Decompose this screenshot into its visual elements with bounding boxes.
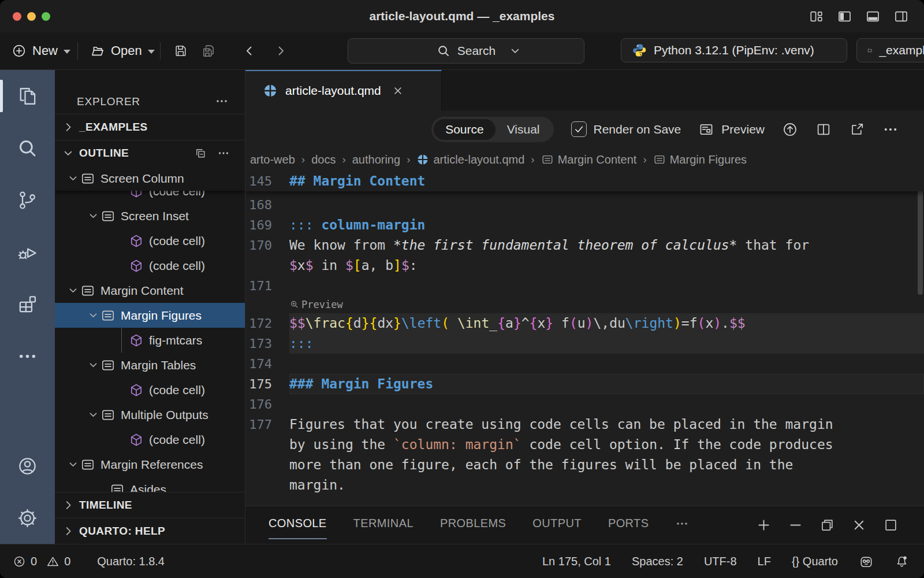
activity-bar-item-extensions[interactable] [0,278,55,330]
outline-more-icon[interactable] [217,147,230,160]
collapse-all-icon[interactable] [194,147,207,160]
panel-more-icon[interactable] [675,512,689,538]
line-number: 173 [245,334,289,354]
activity-bar-item-ellipsis[interactable] [0,330,55,382]
new-button[interactable]: New [12,43,70,58]
publish-icon[interactable] [782,121,798,138]
activity-bar-item-scm[interactable] [0,174,55,226]
problems-status[interactable]: 0 0 [13,555,70,568]
panel-action-restore-icon[interactable] [819,517,835,533]
indentation-status[interactable]: Spaces: 2 [632,555,683,568]
activity-bar-item-gear[interactable] [0,492,55,544]
navigate-back-icon[interactable] [243,44,256,58]
outline-item-label: Margin Figures [121,309,202,323]
toggle-panel-icon[interactable] [865,9,881,24]
panel-tab-terminal[interactable]: TERMINAL [353,512,413,538]
tab-article-layout[interactable]: article-layout.qmd [245,70,442,110]
eol-status[interactable]: LF [758,555,771,568]
preview-button[interactable]: Preview [698,121,765,138]
breadcrumb-item[interactable]: article-layout.qmd [416,153,524,166]
mode-toggle: SourceVisual [431,117,553,142]
breadcrumb-item[interactable]: Margin Figures [653,153,747,166]
folder-icon [867,43,872,58]
sidebar-section-quarto-help[interactable]: QUARTO: HELP [55,518,245,544]
search-input[interactable]: Search [348,38,584,64]
breadcrumb-item[interactable]: Margin Content [541,153,637,166]
outline-tree: Screen Column(code cell)Screen Inset(cod… [55,166,245,492]
zoom-window-button[interactable] [42,12,50,21]
mode-option-visual[interactable]: Visual [495,119,552,140]
outline-item[interactable]: (code cell) [55,377,245,402]
activity-bar-item-files[interactable] [0,70,55,122]
panel-action-dash-icon[interactable] [788,517,803,533]
outline-item[interactable]: Margin Tables [55,353,245,377]
encoding-status[interactable]: UTF-8 [704,555,737,568]
explorer-more-icon[interactable] [215,94,229,108]
outline-item[interactable]: Screen Inset [55,203,245,228]
outline-item[interactable]: (code cell) [55,191,245,203]
outline-item[interactable]: (code cell) [55,253,245,278]
close-tab-icon[interactable] [392,85,404,97]
breadcrumb-item[interactable]: docs [311,153,336,166]
breadcrumb-item[interactable]: authoring [352,153,400,166]
panel-action-plus-icon[interactable] [756,517,772,533]
toggle-sidebar-icon[interactable] [837,9,852,24]
breadcrumb-separator: › [301,153,305,166]
editor-scrollbar[interactable] [916,171,924,506]
save-icon[interactable] [173,43,188,58]
checkbox-checked[interactable] [571,121,587,137]
outline-item-label: (code cell) [149,383,205,397]
outline-item[interactable]: (code cell) [55,427,245,452]
panel-action-close-icon[interactable] [851,517,867,533]
outline-item[interactable]: Multiple Outputs [55,402,245,427]
code-lens-preview[interactable]: Preview [245,296,924,313]
line-number: 174 [245,354,289,374]
outline-item[interactable]: Margin Figures [55,303,245,328]
open-external-icon[interactable] [849,121,865,138]
workspace-selector[interactable]: _examples [856,38,924,62]
notifications-bell-icon[interactable] [895,554,909,569]
chevron-down-icon [87,359,99,371]
line-number: 171 [245,276,289,296]
editor-more-icon[interactable] [882,121,899,138]
open-button[interactable]: Open [90,43,155,58]
activity-bar-item-account[interactable] [0,440,55,492]
outline-item[interactable]: fig-mtcars [55,328,245,353]
workspace-section-header[interactable]: _EXAMPLES [55,114,245,140]
feedback-icon[interactable] [859,554,874,569]
render-on-save-toggle[interactable]: Render on Save [571,121,681,137]
breadcrumb-item[interactable]: arto-web [250,153,295,166]
files-icon [17,86,38,107]
code-editor[interactable]: 145## Margin Content168169::: column-mar… [245,171,924,506]
outline-item[interactable]: Margin Content [55,278,245,303]
outline-item[interactable]: Screen Column [55,166,245,191]
mode-option-source[interactable]: Source [434,119,495,140]
line-number: 175 [245,374,289,394]
split-editor-icon[interactable] [815,121,832,138]
line-number: 176 [245,394,289,414]
activity-bar-item-search[interactable] [0,122,55,174]
interpreter-selector[interactable]: Python 3.12.1 (PipEnv: .venv) [621,38,847,62]
quarto-version-status[interactable]: Quarto: 1.8.4 [97,555,165,568]
panel-tab-ports[interactable]: PORTS [608,512,649,538]
activity-bar-item-debug[interactable] [0,226,55,278]
panel-tab-problems[interactable]: PROBLEMS [440,512,506,538]
panel-tab-console[interactable]: CONSOLE [269,512,327,538]
outline-section-header[interactable]: OUTLINE [55,140,245,166]
sidebar-section-timeline[interactable]: TIMELINE [55,492,245,518]
panel-tab-output[interactable]: OUTPUT [532,512,582,538]
search-icon [17,138,38,159]
panel-action-maximize-icon[interactable] [883,517,899,533]
save-all-icon[interactable] [201,43,216,58]
close-window-button[interactable] [13,12,21,21]
navigate-forward-icon[interactable] [274,44,288,58]
caret-down-icon [64,50,70,54]
customize-layout-icon[interactable] [808,9,824,24]
minimize-window-button[interactable] [27,12,36,21]
toggle-secondary-sidebar-icon[interactable] [893,9,909,24]
cursor-position-status[interactable]: Ln 175, Col 1 [542,555,611,568]
outline-item[interactable]: Asides [55,477,245,492]
outline-item[interactable]: Margin References [55,452,245,477]
outline-item[interactable]: (code cell) [55,228,245,253]
language-mode-status[interactable]: {} Quarto [792,555,838,568]
